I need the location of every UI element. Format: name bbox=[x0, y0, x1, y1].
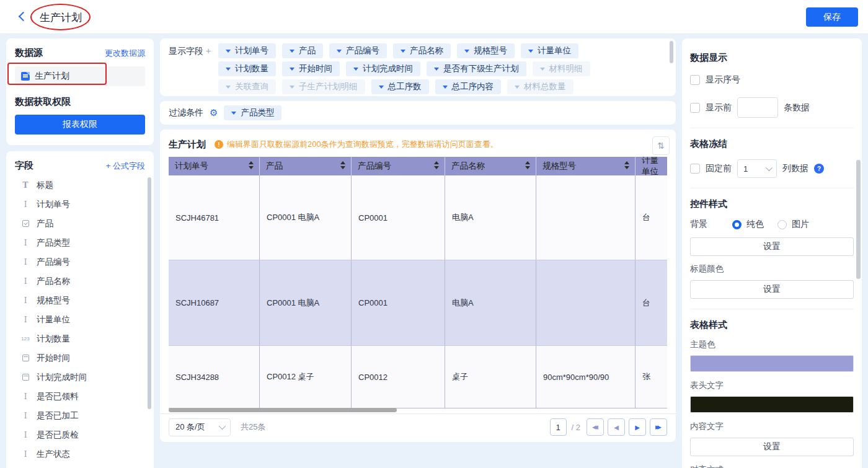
page-number-input[interactable]: 1 bbox=[550, 418, 567, 436]
prev-page-icon[interactable]: ◀ bbox=[608, 418, 625, 436]
field-item[interactable]: I计划单号 bbox=[15, 195, 145, 214]
field-item[interactable]: I产品名称 bbox=[15, 272, 145, 291]
add-formula-field-link[interactable]: + 公式字段 bbox=[106, 161, 145, 172]
fields-heading: 字段 bbox=[15, 160, 33, 172]
datasource-panel: 数据源 更改数据源 生产计划 数据获取权限 报表权限 bbox=[6, 38, 154, 145]
theme-color-swatch[interactable] bbox=[690, 355, 854, 372]
display-field-chip[interactable]: 产品名称 bbox=[393, 43, 451, 58]
data-display-heading: 数据显示 bbox=[690, 52, 854, 64]
add-field-icon[interactable]: + bbox=[206, 46, 211, 56]
column-header[interactable]: 产品 bbox=[260, 157, 352, 175]
help-icon[interactable]: ? bbox=[814, 164, 824, 174]
display-field-chip-disabled[interactable]: 材料明细 bbox=[533, 61, 590, 76]
field-list: T标题 I计划单号 产品 I产品类型 I产品编号 I产品名称 I规格型号 I计量… bbox=[15, 175, 145, 464]
display-field-chip[interactable]: 总工序内容 bbox=[435, 79, 502, 94]
select-icon bbox=[20, 220, 31, 227]
display-field-chip[interactable]: 产品编号 bbox=[329, 43, 387, 58]
image-radio[interactable] bbox=[777, 220, 787, 229]
field-item[interactable]: 开始时间 bbox=[15, 348, 145, 368]
field-item[interactable]: I生产状态 bbox=[15, 444, 145, 464]
field-item[interactable]: I是否已领料 bbox=[15, 387, 145, 406]
last-page-icon[interactable]: ▶▶ bbox=[650, 418, 667, 436]
filter-chip[interactable]: 产品类型 bbox=[224, 105, 281, 120]
field-item[interactable]: I产品编号 bbox=[15, 252, 145, 272]
field-item[interactable]: I规格型号 bbox=[15, 291, 145, 310]
gear-icon[interactable]: ⚙ bbox=[210, 107, 218, 118]
display-field-chip-disabled[interactable]: 材料总数量 bbox=[507, 79, 574, 94]
title-color-label: 标题颜色 bbox=[690, 263, 854, 275]
field-item[interactable]: T标题 bbox=[15, 175, 145, 195]
display-field-chip-disabled[interactable]: 关联查询 bbox=[218, 79, 276, 94]
table-row[interactable]: SCJH46781 CP0001 电脑A CP0001 电脑A 台 bbox=[169, 175, 667, 260]
sort-carets-icon[interactable] bbox=[340, 161, 345, 169]
table-row[interactable]: SCJH34288 CP0012 桌子 CP0012 桌子 90cm*90cm*… bbox=[169, 346, 667, 408]
chevron-down-icon bbox=[231, 112, 236, 115]
report-designer-page: 生产计划 保存 数据源 更改数据源 生产计划 数据获取权限 报表权限 字段 + … bbox=[0, 0, 868, 468]
show-index-checkbox[interactable] bbox=[690, 75, 700, 85]
display-field-chip[interactable]: 是否有下级生产计划 bbox=[427, 61, 526, 76]
display-field-chip[interactable]: 开始时间 bbox=[282, 61, 340, 76]
table-row-selected[interactable]: SCJH10687 CP0001 电脑A CP0001 电脑A 台 bbox=[169, 260, 667, 346]
chevron-down-icon bbox=[226, 50, 231, 53]
widget-style-heading: 控件样式 bbox=[690, 198, 854, 210]
field-item[interactable]: I是否已加工 bbox=[15, 406, 145, 425]
display-field-chip[interactable]: 规格型号 bbox=[457, 43, 515, 58]
content-text-set-button[interactable]: 设置 bbox=[690, 438, 854, 456]
save-button[interactable]: 保存 bbox=[806, 7, 858, 27]
title-icon: T bbox=[20, 181, 31, 190]
show-first-count-input[interactable] bbox=[737, 97, 778, 118]
column-header[interactable]: 产品名称 bbox=[445, 157, 536, 175]
text-icon: I bbox=[20, 296, 31, 305]
header-text-swatch[interactable] bbox=[690, 396, 854, 413]
display-field-chip[interactable]: 计量单位 bbox=[521, 43, 578, 58]
horizontal-scrollbar[interactable] bbox=[169, 408, 397, 412]
text-icon: I bbox=[20, 258, 31, 267]
chips-scrollbar[interactable] bbox=[670, 41, 673, 63]
settings-scrollbar[interactable] bbox=[856, 160, 861, 279]
field-item[interactable]: 产品 bbox=[15, 214, 145, 233]
sort-carets-icon[interactable] bbox=[525, 161, 530, 169]
field-item[interactable]: I产品类型 bbox=[15, 233, 145, 252]
show-first-checkbox[interactable] bbox=[690, 103, 700, 113]
report-permission-button[interactable]: 报表权限 bbox=[15, 115, 145, 135]
fields-scrollbar[interactable] bbox=[148, 177, 151, 409]
column-header[interactable]: 产品编号 bbox=[352, 157, 445, 175]
back-icon[interactable] bbox=[19, 12, 29, 22]
first-page-icon[interactable]: ◀◀ bbox=[587, 418, 604, 436]
background-set-button[interactable]: 设置 bbox=[690, 237, 854, 256]
title-color-set-button[interactable]: 设置 bbox=[690, 280, 854, 299]
table-style-heading: 表格样式 bbox=[690, 319, 854, 331]
chevron-down-icon bbox=[515, 86, 520, 89]
display-field-chip[interactable]: 计划完成时间 bbox=[346, 61, 420, 76]
freeze-checkbox[interactable] bbox=[690, 164, 700, 174]
freeze-heading: 表格冻结 bbox=[690, 138, 854, 150]
column-header[interactable]: 计量单位 bbox=[636, 157, 667, 175]
datasource-item-production-plan[interactable]: 生产计划 bbox=[15, 66, 145, 86]
header-text-label: 表头文字 bbox=[690, 380, 854, 391]
field-item[interactable]: I是否已质检 bbox=[15, 425, 145, 444]
display-field-chip[interactable]: 计划数量 bbox=[218, 61, 276, 76]
field-item[interactable]: I计量单位 bbox=[15, 310, 145, 329]
chevron-down-icon bbox=[540, 68, 545, 71]
align-label: 对齐方式 bbox=[690, 464, 854, 468]
column-header[interactable]: 规格型号 bbox=[536, 157, 636, 175]
sort-carets-icon[interactable] bbox=[249, 161, 254, 169]
display-field-chip-disabled[interactable]: 子生产计划明细 bbox=[282, 79, 365, 94]
field-item[interactable]: 123计划数量 bbox=[15, 329, 145, 348]
page-size-select[interactable]: 20 条/页 bbox=[169, 418, 231, 436]
sort-carets-icon[interactable] bbox=[434, 161, 439, 169]
display-field-chip[interactable]: 计划单号 bbox=[218, 43, 276, 58]
permission-heading: 数据获取权限 bbox=[15, 96, 145, 108]
column-header[interactable]: 计划单号 bbox=[169, 157, 260, 175]
next-page-icon[interactable]: ▶ bbox=[629, 418, 646, 436]
display-fields-label: 显示字段 + bbox=[169, 43, 218, 96]
sort-carets-icon[interactable] bbox=[624, 161, 629, 169]
display-field-chip[interactable]: 总工序数 bbox=[371, 79, 429, 94]
field-item[interactable]: 计划完成时间 bbox=[15, 368, 145, 387]
display-field-chip[interactable]: 产品 bbox=[282, 43, 323, 58]
solid-color-radio[interactable] bbox=[732, 220, 742, 229]
show-index-label: 显示序号 bbox=[706, 74, 740, 86]
sort-icon[interactable]: ⇅ bbox=[652, 136, 670, 155]
change-datasource-link[interactable]: 更改数据源 bbox=[105, 48, 145, 59]
freeze-count-select[interactable]: 1 bbox=[737, 159, 777, 178]
